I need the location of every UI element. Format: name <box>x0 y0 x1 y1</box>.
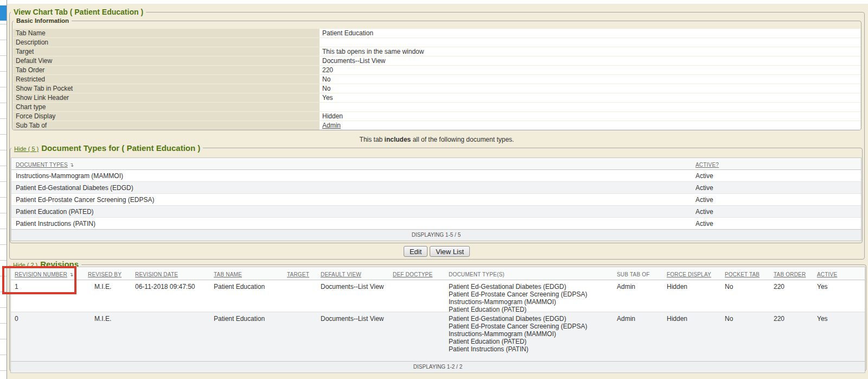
sort-icon: ↴ <box>69 271 73 277</box>
revision-row: 1 M.I.E. 06-11-2018 09:47:50 Patient Edu… <box>11 280 865 312</box>
field-row: Chart type <box>13 103 860 111</box>
field-row: Tab Order220 <box>13 66 860 74</box>
table-row: Patient Ed-Prostate Cancer Screening (ED… <box>11 193 861 205</box>
field-value <box>320 38 860 47</box>
document-types-table: DOCUMENT TYPES↴ ACTIVE? Instructions-Mam… <box>11 157 861 241</box>
doctype-active: Active <box>691 196 861 204</box>
sub-tab-of-link[interactable]: Admin <box>322 122 341 129</box>
field-row: RestrictedNo <box>13 75 860 84</box>
target <box>283 280 317 312</box>
note-prefix: This tab <box>360 136 385 143</box>
revisions-header-row: REVISION NUMBER↴ REVISED BY REVISION DAT… <box>11 267 865 280</box>
doctype-name: Patient Instructions (PATIN) <box>11 220 691 228</box>
doctype-name: Patient Ed-Gestational Diabetes (EDGD) <box>11 184 691 192</box>
revision-date <box>131 312 210 361</box>
pocket-tab: No <box>721 312 770 361</box>
doctype-active: Active <box>691 220 861 228</box>
revised-by: M.I.E. <box>84 280 131 312</box>
field-value: 220 <box>320 66 860 74</box>
field-row: Sub Tab ofAdmin <box>13 121 860 130</box>
document-types-section: Hide ( 5 )Document Types for ( Patient E… <box>10 148 863 243</box>
field-label: Show Tab in Pocket <box>13 84 320 93</box>
column-header-tab-order[interactable]: TAB ORDER <box>774 271 806 277</box>
field-row: Description <box>13 38 860 47</box>
column-header-default-view[interactable]: DEFAULT VIEW <box>321 271 361 277</box>
field-row: TargetThis tab opens in the same window <box>13 47 860 56</box>
basic-information-section: Basic Information Tab NamePatient Educat… <box>12 21 861 130</box>
includes-note: This tab includes all of the following d… <box>9 136 864 143</box>
force-display: Hidden <box>663 280 721 312</box>
basic-information-legend: Basic Information <box>14 16 72 26</box>
document-type: Instructions-Mammogram (MAMMOI) <box>449 330 613 338</box>
field-row: Tab NamePatient Education <box>13 29 860 37</box>
pocket-tab: No <box>721 280 770 312</box>
doctype-active: Active <box>691 172 861 180</box>
field-row: Force DisplayHidden <box>13 112 860 121</box>
column-header-def-doctype[interactable]: DEF DOCTYPE <box>393 271 432 277</box>
field-value: No <box>320 75 860 84</box>
table-row: Patient Ed-Gestational Diabetes (EDGD)Ac… <box>11 181 861 193</box>
document-type: Patient Instructions (PATIN) <box>449 345 613 353</box>
column-header-revision-number[interactable]: REVISION NUMBER <box>15 271 67 277</box>
field-value: Yes <box>320 93 860 102</box>
note-suffix: all of the following document types. <box>411 136 514 143</box>
column-header-force-display[interactable]: FORCE DISPLAY <box>667 271 711 277</box>
basic-information-rows: Tab NamePatient Education Description Ta… <box>13 29 860 130</box>
tab-order: 220 <box>770 312 813 361</box>
target <box>283 312 317 361</box>
revision-number: 1 <box>11 280 84 312</box>
force-display: Hidden <box>663 312 721 361</box>
field-label: Tab Name <box>13 29 320 37</box>
view-list-button[interactable]: View List <box>430 246 470 257</box>
edit-button[interactable]: Edit <box>404 246 427 257</box>
field-value <box>320 103 860 111</box>
sub-tab-of: Admin <box>613 312 663 361</box>
table-row: Patient Education (PATED)Active <box>11 205 861 217</box>
revision-row: 0 M.I.E. Patient Education Documents--Li… <box>11 312 865 361</box>
column-header-active[interactable]: ACTIVE <box>817 271 837 277</box>
field-value: Hidden <box>320 112 860 121</box>
document-types-header-row: DOCUMENT TYPES↴ ACTIVE? <box>11 158 861 170</box>
document-type: Patient Education (PATED) <box>449 338 613 345</box>
field-label: Target <box>13 47 320 56</box>
document-type: Patient Ed-Gestational Diabetes (EDGD) <box>449 283 613 290</box>
document-types-list: Patient Ed-Gestational Diabetes (EDGD) P… <box>445 312 613 361</box>
doctype-name: Instructions-Mammogram (MAMMOI) <box>11 172 691 180</box>
tab-order: 220 <box>770 280 813 312</box>
column-header-tab-name[interactable]: TAB NAME <box>214 271 242 277</box>
note-bold: includes <box>385 136 411 143</box>
field-label: Tab Order <box>13 66 320 74</box>
column-header-target[interactable]: TARGET <box>287 271 309 277</box>
active: Yes <box>813 312 865 361</box>
column-header-active[interactable]: ACTIVE? <box>695 162 719 168</box>
field-row: Show Link HeaderYes <box>13 93 860 102</box>
paging-status: DISPLAYING 1-5 / 5 <box>11 229 861 241</box>
hide-doctypes-link[interactable]: Hide ( 5 ) <box>14 146 39 152</box>
revision-number: 0 <box>11 312 84 361</box>
document-type: Patient Ed-Prostate Cancer Screening (ED… <box>449 290 613 298</box>
field-row: Default ViewDocuments--List View <box>13 56 860 65</box>
active: Yes <box>813 280 865 312</box>
document-types-legend: Hide ( 5 )Document Types for ( Patient E… <box>11 143 203 154</box>
field-value: Admin <box>320 121 860 130</box>
tab-name: Patient Education <box>210 280 283 312</box>
field-label: Description <box>13 38 320 47</box>
column-header-pocket-tab[interactable]: POCKET TAB <box>725 271 760 277</box>
page-title: View Chart Tab ( Patient Education ) <box>11 8 146 17</box>
revisions-table: REVISION NUMBER↴ REVISED BY REVISION DAT… <box>10 267 865 373</box>
doctype-active: Active <box>691 184 861 192</box>
def-doctype <box>389 280 445 312</box>
column-header-revised-by[interactable]: REVISED BY <box>88 271 122 277</box>
field-value: Documents--List View <box>320 56 860 65</box>
document-type: Instructions-Mammogram (MAMMOI) <box>449 298 613 306</box>
action-bar: EditView List <box>9 246 864 257</box>
selected-item-indicator[interactable] <box>0 5 7 21</box>
column-header-sub-tab-of: SUB TAB OF <box>617 271 650 277</box>
table-row: Instructions-Mammogram (MAMMOI)Active <box>11 170 861 181</box>
table-row: Patient Instructions (PATIN)Active <box>11 217 861 229</box>
paging-status: DISPLAYING 1-2 / 2 <box>11 361 865 372</box>
field-value: No <box>320 84 860 93</box>
column-header-revision-date[interactable]: REVISION DATE <box>135 271 178 277</box>
doctype-active: Active <box>691 208 861 216</box>
column-header-document-types[interactable]: DOCUMENT TYPES <box>16 162 68 168</box>
